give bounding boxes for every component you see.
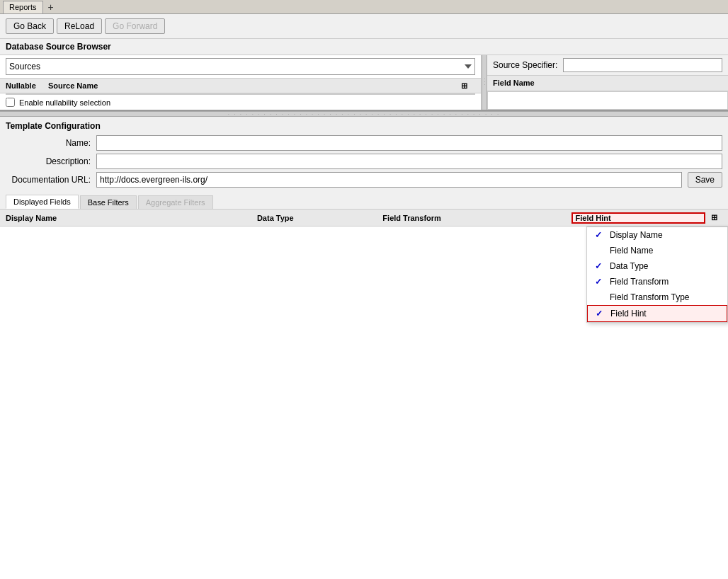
table-corner-icon: ⊞	[461, 81, 475, 91]
name-row: Name:	[6, 135, 722, 151]
col-menu-label: Field Transform Type	[610, 292, 690, 302]
displayed-fields-tab[interactable]: Displayed Fields	[6, 195, 79, 209]
reports-tab[interactable]: Reports	[3, 1, 43, 13]
horizontal-splitter[interactable]: · · · · · · · · · · · · · · · · · · · · …	[0, 111, 728, 117]
source-name-col-header: Source Name	[48, 81, 461, 90]
col-menu-item-field-hint[interactable]: ✓ Field Hint	[587, 305, 727, 322]
column-chooser-button[interactable]: ⊞	[705, 213, 722, 222]
checkmark-icon: ✓	[593, 309, 605, 319]
toolbar: Go Back ReLoad Go Forward	[0, 14, 728, 39]
data-type-col-header: Data Type	[257, 214, 382, 222]
nullable-col-header: Nullable	[6, 81, 48, 90]
col-menu-item-field-transform-type[interactable]: Field Transform Type	[587, 290, 727, 305]
col-menu-label: Data Type	[610, 261, 648, 271]
source-table-header: Nullable Source Name ⊞	[0, 78, 481, 93]
description-input[interactable]	[96, 154, 722, 169]
source-specifier-row: Source Specifier:	[487, 55, 728, 76]
base-filters-tab[interactable]: Base Filters	[80, 195, 137, 209]
doc-url-row: Documentation URL: Save	[6, 172, 722, 188]
field-transform-col-header: Field Transform	[382, 214, 571, 222]
sources-dropdown[interactable]: Sources	[6, 58, 475, 75]
name-input[interactable]	[96, 135, 722, 151]
doc-url-label: Documentation URL:	[6, 175, 91, 185]
col-menu-item-field-name[interactable]: Field Name	[587, 243, 727, 258]
field-hint-col-header: Field Hint	[571, 212, 705, 224]
dropdown-arrow-icon	[465, 64, 472, 69]
go-back-button[interactable]: Go Back	[6, 18, 54, 34]
col-menu-item-field-transform[interactable]: ✓ Field Transform	[587, 274, 727, 290]
fields-table-header: Display Name Data Type Field Transform F…	[0, 210, 728, 227]
go-forward-button[interactable]: Go Forward	[105, 18, 165, 34]
template-config-title: Template Configuration	[6, 121, 722, 131]
tab-bar: Reports +	[0, 0, 728, 14]
description-row: Description:	[6, 154, 722, 169]
source-specifier-label: Source Specifier:	[493, 60, 557, 70]
vertical-splitter[interactable]: ···	[482, 55, 487, 110]
col-menu-label: Field Transform	[610, 277, 669, 287]
col-menu-label: Display Name	[610, 230, 663, 240]
doc-url-input[interactable]	[96, 172, 682, 188]
display-name-col-header: Display Name	[6, 214, 257, 222]
two-pane-area: Sources Nullable Source Name ⊞ Enable nu…	[0, 55, 728, 111]
column-chooser-menu: ✓ Display Name Field Name ✓ Data Type ✓ …	[586, 227, 728, 323]
checkmark-icon: ✓	[593, 277, 604, 287]
tab-label: Reports	[9, 3, 37, 11]
reload-button[interactable]: ReLoad	[57, 18, 102, 34]
col-menu-label: Field Name	[610, 246, 653, 256]
col-menu-label: Field Hint	[610, 309, 647, 319]
db-source-browser-label: Database Source Browser	[0, 39, 728, 55]
nullability-row: Enable nullability selection	[0, 95, 481, 110]
field-hint-label: Field Hint	[576, 214, 611, 222]
field-name-header: Field Name	[487, 76, 728, 91]
aggregate-filters-tab[interactable]: Aggregate Filters	[138, 195, 213, 209]
description-label: Description:	[6, 156, 91, 166]
right-pane: Source Specifier: Field Name	[487, 55, 728, 110]
checkmark-icon: ✓	[593, 230, 604, 240]
name-label: Name:	[6, 138, 91, 148]
checkmark-icon: ✓	[593, 261, 604, 271]
fields-table-container: Display Name Data Type Field Transform F…	[0, 210, 728, 579]
new-tab-button[interactable]: +	[45, 1, 57, 13]
col-menu-item-display-name[interactable]: ✓ Display Name	[587, 227, 727, 243]
fields-tab-strip: Displayed Fields Base Filters Aggregate …	[0, 192, 728, 210]
field-name-body	[487, 91, 728, 110]
template-config: Template Configuration Name: Description…	[0, 117, 728, 192]
left-pane: Sources Nullable Source Name ⊞ Enable nu…	[0, 55, 482, 110]
main-content: Go Back ReLoad Go Forward Database Sourc…	[0, 14, 728, 579]
sources-dropdown-label: Sources	[9, 62, 465, 71]
source-specifier-input[interactable]	[563, 58, 722, 72]
save-button[interactable]: Save	[688, 172, 722, 188]
col-menu-item-data-type[interactable]: ✓ Data Type	[587, 258, 727, 274]
enable-nullability-checkbox[interactable]	[6, 98, 15, 107]
nullability-label: Enable nullability selection	[19, 98, 110, 107]
